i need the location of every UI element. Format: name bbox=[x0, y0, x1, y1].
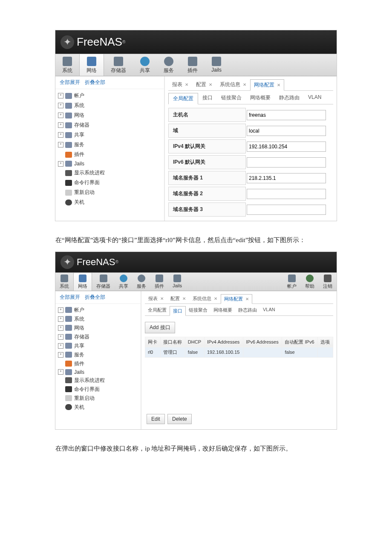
toolbar-item-network[interactable]: 网络 bbox=[73, 273, 92, 291]
tree-node-system[interactable]: +系统 bbox=[57, 315, 138, 324]
input-ns3[interactable] bbox=[247, 205, 326, 215]
toolbar-item-logout[interactable]: 注销 bbox=[319, 273, 337, 291]
subtab-summary[interactable]: 网络概要 bbox=[246, 92, 275, 104]
collapse-all-link[interactable]: 折叠全部 bbox=[85, 79, 105, 85]
close-icon[interactable]: ✕ bbox=[182, 296, 186, 301]
toolbar-item-network[interactable]: 网络 bbox=[79, 54, 104, 76]
tree-node-service[interactable]: +服务 bbox=[57, 350, 138, 359]
close-icon[interactable]: ✕ bbox=[185, 82, 188, 87]
tree-node-cli[interactable]: +命令行界面 bbox=[57, 385, 138, 394]
tree-node-system[interactable]: +系统 bbox=[57, 101, 161, 110]
tree-node-shutdown[interactable]: +关机 bbox=[57, 403, 138, 412]
toolbar-item-system[interactable]: 系统 bbox=[55, 273, 73, 291]
expand-all-link[interactable]: 全部展开 bbox=[60, 294, 80, 300]
collapse-all-link[interactable]: 折叠全部 bbox=[85, 294, 105, 300]
tree-node-cli[interactable]: +命令行界面 bbox=[57, 178, 161, 188]
tree-node-network[interactable]: +网络 bbox=[57, 324, 138, 332]
expand-icon[interactable]: + bbox=[58, 93, 63, 98]
tree-node-network[interactable]: +网络 bbox=[57, 110, 161, 120]
col-ipv4[interactable]: IPv4 Addresses bbox=[204, 337, 243, 347]
input-ns2[interactable] bbox=[247, 189, 326, 199]
tree-node-restart[interactable]: +重新启动 bbox=[57, 188, 161, 197]
col-ifname[interactable]: 接口名称 bbox=[160, 337, 185, 347]
subtab-vlan[interactable]: VLAN bbox=[304, 92, 326, 104]
expand-icon[interactable]: + bbox=[58, 103, 63, 108]
delete-button[interactable]: Delete bbox=[167, 414, 192, 424]
close-icon[interactable]: ✕ bbox=[214, 296, 217, 301]
subtab-lagg[interactable]: 链接聚合 bbox=[217, 92, 246, 104]
subtab-interface[interactable]: 接口 bbox=[170, 306, 186, 316]
tree-node-jails[interactable]: +Jails bbox=[57, 368, 138, 376]
tree-node-shutdown[interactable]: +关机 bbox=[57, 197, 161, 207]
add-interface-button[interactable]: Add 接口 bbox=[145, 322, 175, 333]
expand-icon[interactable]: + bbox=[58, 161, 63, 167]
subtab-vlan[interactable]: VLAN bbox=[260, 306, 278, 315]
table-row[interactable]: rl0 管理口 false 192.168.100.15 false bbox=[145, 347, 333, 357]
tab-config[interactable]: 配置✕ bbox=[192, 79, 216, 90]
col-auto-ipv6[interactable]: 自动配置 IPv6 bbox=[282, 337, 318, 347]
tree-node-service[interactable]: +服务 bbox=[57, 140, 161, 150]
col-dhcp[interactable]: DHCP bbox=[185, 337, 204, 347]
close-icon[interactable]: ✕ bbox=[277, 83, 280, 87]
col-options[interactable]: 选项 bbox=[318, 337, 333, 347]
col-nic[interactable]: 网卡 bbox=[145, 337, 161, 347]
input-ipv4-gw[interactable] bbox=[247, 142, 326, 152]
close-icon[interactable]: ✕ bbox=[209, 82, 212, 87]
tab-config[interactable]: 配置✕ bbox=[167, 294, 189, 304]
expand-icon[interactable]: + bbox=[58, 122, 63, 128]
tree-node-processes[interactable]: +显示系统进程 bbox=[57, 376, 138, 385]
toolbar-item-service[interactable]: 服务 bbox=[157, 54, 181, 76]
input-domain[interactable] bbox=[247, 126, 326, 136]
subtab-static-route[interactable]: 静态路由 bbox=[275, 92, 304, 104]
edit-button[interactable]: Edit bbox=[147, 414, 165, 424]
subtab-static-route[interactable]: 静态路由 bbox=[235, 306, 260, 315]
network-icon bbox=[65, 113, 72, 119]
tab-network-config[interactable]: 网络配置✕ bbox=[221, 294, 252, 304]
expand-icon[interactable]: + bbox=[58, 132, 63, 138]
subtab-summary[interactable]: 网络概要 bbox=[210, 306, 235, 315]
tab-report[interactable]: 报表✕ bbox=[168, 79, 192, 90]
subtab-global[interactable]: 全局配置 bbox=[168, 93, 198, 104]
input-ns1[interactable] bbox=[247, 173, 326, 183]
expand-icon[interactable]: + bbox=[58, 113, 63, 118]
tree-node-processes[interactable]: +显示系统进程 bbox=[57, 168, 161, 178]
tree-node-plugin[interactable]: +插件 bbox=[57, 150, 161, 159]
toolbar-item-plugin[interactable]: 插件 bbox=[150, 273, 168, 291]
tree-node-share[interactable]: +共享 bbox=[57, 341, 138, 350]
tab-network-config[interactable]: 网络配置✕ bbox=[250, 79, 284, 91]
toolbar-item-share[interactable]: 共享 bbox=[115, 273, 133, 291]
expand-all-link[interactable]: 全部展开 bbox=[60, 79, 80, 85]
subtab-lagg[interactable]: 链接聚合 bbox=[186, 306, 210, 315]
toolbar-item-help[interactable]: 帮助 bbox=[301, 273, 319, 291]
tab-sysinfo[interactable]: 系统信息✕ bbox=[216, 79, 250, 90]
toolbar-item-system[interactable]: 系统 bbox=[55, 54, 79, 76]
input-ipv6-gw[interactable] bbox=[247, 157, 326, 168]
close-icon[interactable]: ✕ bbox=[243, 82, 246, 87]
tab-report[interactable]: 报表✕ bbox=[145, 294, 167, 304]
col-ipv6[interactable]: IPv6 Addresses bbox=[243, 337, 282, 347]
toolbar-item-plugin[interactable]: 插件 bbox=[181, 54, 205, 76]
tree-node-restart[interactable]: +重新启动 bbox=[57, 394, 138, 403]
toolbar-item-storage[interactable]: 存储器 bbox=[92, 273, 115, 291]
tree-node-storage[interactable]: +存储器 bbox=[57, 332, 138, 341]
tree-node-storage[interactable]: +存储器 bbox=[57, 120, 161, 130]
toolbar-item-jails[interactable]: Jails bbox=[168, 273, 186, 291]
tree-node-jails[interactable]: +Jails bbox=[57, 159, 161, 168]
input-hostname[interactable] bbox=[247, 110, 326, 120]
subtab-interface[interactable]: 接口 bbox=[198, 92, 217, 104]
toolbar-item-jails[interactable]: Jails bbox=[205, 54, 228, 76]
toolbar-item-share[interactable]: 共享 bbox=[133, 54, 157, 76]
close-icon[interactable]: ✕ bbox=[160, 296, 164, 301]
tree-node-plugin[interactable]: +插件 bbox=[57, 359, 138, 368]
toolbar-item-storage[interactable]: 存储器 bbox=[104, 54, 133, 76]
tree-node-share[interactable]: +共享 bbox=[57, 130, 161, 140]
toolbar-item-account[interactable]: 帐户 bbox=[283, 273, 301, 291]
expand-icon[interactable]: + bbox=[58, 142, 63, 147]
close-icon[interactable]: ✕ bbox=[245, 297, 249, 301]
tab-sysinfo[interactable]: 系统信息✕ bbox=[189, 294, 221, 304]
subtab-global[interactable]: 全局配置 bbox=[145, 306, 170, 315]
tree-node-account[interactable]: +帐户 bbox=[57, 91, 161, 101]
label-domain: 域 bbox=[168, 124, 246, 138]
tree-node-account[interactable]: +帐户 bbox=[57, 306, 138, 315]
toolbar-item-service[interactable]: 服务 bbox=[133, 273, 150, 291]
